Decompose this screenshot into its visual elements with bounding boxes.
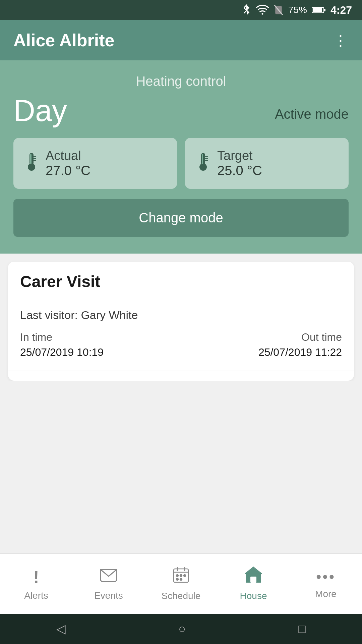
home-button[interactable]: ○ bbox=[178, 622, 186, 636]
status-bar: 75% 4:27 bbox=[0, 0, 362, 20]
out-time-label: Out time bbox=[258, 331, 342, 343]
svg-rect-7 bbox=[324, 9, 325, 11]
alerts-label: Alerts bbox=[24, 590, 48, 601]
in-time-label: In time bbox=[20, 331, 104, 343]
out-time-value: 25/07/2019 11:22 bbox=[258, 346, 342, 359]
battery-icon bbox=[312, 6, 326, 14]
nav-item-events[interactable]: Events bbox=[72, 554, 145, 614]
in-time-value: 25/07/2019 10:19 bbox=[20, 346, 104, 359]
more-icon: ••• bbox=[316, 569, 336, 585]
nav-item-house[interactable]: House bbox=[217, 554, 290, 614]
heating-section: Heating control Day Active mode Actual 2… bbox=[0, 60, 362, 254]
out-time-block: Out time 25/07/2019 11:22 bbox=[258, 331, 342, 359]
svg-rect-10 bbox=[30, 154, 32, 164]
house-icon bbox=[244, 567, 262, 587]
alerts-icon: ! bbox=[33, 567, 39, 587]
svg-point-2 bbox=[261, 13, 263, 15]
last-visitor-name: Gary White bbox=[81, 309, 138, 321]
menu-button[interactable]: ⋮ bbox=[333, 32, 349, 49]
carer-card-title: Carer Visit bbox=[20, 273, 100, 290]
actual-label: Actual bbox=[46, 149, 90, 163]
heating-label: Heating control bbox=[13, 74, 349, 89]
svg-point-25 bbox=[180, 575, 182, 577]
actual-temp-card: Actual 27.0 °C bbox=[13, 138, 177, 189]
actual-thermometer-icon bbox=[24, 151, 39, 175]
events-label: Events bbox=[94, 590, 123, 601]
battery-percent: 75% bbox=[288, 5, 307, 15]
house-label: House bbox=[240, 591, 267, 601]
svg-rect-13 bbox=[34, 160, 36, 161]
bottom-nav: ! Alerts Events Schedule bbox=[0, 553, 362, 614]
actual-value: 27.0 °C bbox=[46, 163, 90, 178]
target-temp-info: Target 25.0 °C bbox=[217, 149, 262, 178]
app-title: Alice Albrite bbox=[13, 30, 115, 50]
wifi-icon bbox=[256, 5, 269, 15]
carer-card-footer bbox=[8, 371, 354, 381]
svg-rect-6 bbox=[313, 8, 322, 12]
mode-row: Day Active mode bbox=[13, 96, 349, 126]
android-nav-bar: ◁ ○ □ bbox=[0, 614, 362, 644]
status-time: 4:27 bbox=[330, 4, 352, 16]
bluetooth-icon bbox=[242, 4, 251, 16]
schedule-icon bbox=[173, 567, 189, 587]
last-visitor-label: Last visitor: bbox=[20, 309, 78, 321]
no-sim-icon bbox=[274, 4, 284, 16]
last-visitor-row: Last visitor: Gary White bbox=[20, 309, 342, 322]
svg-rect-19 bbox=[205, 160, 208, 161]
nav-item-schedule[interactable]: Schedule bbox=[145, 554, 217, 614]
svg-point-26 bbox=[184, 575, 186, 577]
events-icon bbox=[100, 567, 117, 587]
svg-point-28 bbox=[180, 578, 182, 580]
nav-item-more[interactable]: ••• More bbox=[290, 554, 362, 614]
schedule-label: Schedule bbox=[162, 591, 201, 601]
more-label: More bbox=[315, 589, 337, 599]
back-button[interactable]: ◁ bbox=[56, 622, 66, 636]
actual-temp-info: Actual 27.0 °C bbox=[46, 149, 90, 178]
current-mode: Day bbox=[13, 96, 67, 126]
svg-rect-12 bbox=[34, 158, 36, 159]
content-spacer bbox=[0, 381, 362, 553]
target-value: 25.0 °C bbox=[217, 163, 262, 178]
app-header: Alice Albrite ⋮ bbox=[0, 20, 362, 60]
svg-rect-11 bbox=[34, 156, 36, 157]
svg-point-27 bbox=[176, 578, 178, 580]
target-label: Target bbox=[217, 149, 262, 163]
status-icons: 75% 4:27 bbox=[242, 4, 352, 16]
svg-rect-16 bbox=[202, 154, 203, 164]
visit-times-row: In time 25/07/2019 10:19 Out time 25/07/… bbox=[20, 331, 342, 359]
target-temp-card: Target 25.0 °C bbox=[185, 138, 349, 189]
in-time-block: In time 25/07/2019 10:19 bbox=[20, 331, 104, 359]
svg-rect-18 bbox=[205, 158, 208, 159]
carer-visit-card: Carer Visit Last visitor: Gary White In … bbox=[8, 262, 354, 381]
change-mode-button[interactable]: Change mode bbox=[13, 199, 349, 237]
nav-item-alerts[interactable]: ! Alerts bbox=[0, 554, 72, 614]
target-thermometer-icon bbox=[196, 151, 210, 175]
svg-point-15 bbox=[199, 163, 207, 171]
temp-cards: Actual 27.0 °C Target 25.0 °C bbox=[13, 138, 349, 189]
svg-rect-31 bbox=[250, 577, 256, 583]
svg-point-24 bbox=[176, 575, 178, 577]
recents-button[interactable]: □ bbox=[298, 622, 306, 636]
svg-rect-17 bbox=[205, 156, 208, 157]
svg-point-9 bbox=[28, 163, 35, 171]
svg-line-1 bbox=[244, 10, 247, 13]
active-mode-label: Active mode bbox=[275, 107, 349, 126]
carer-card-body: Last visitor: Gary White In time 25/07/2… bbox=[8, 299, 354, 371]
carer-card-header: Carer Visit bbox=[8, 262, 354, 299]
